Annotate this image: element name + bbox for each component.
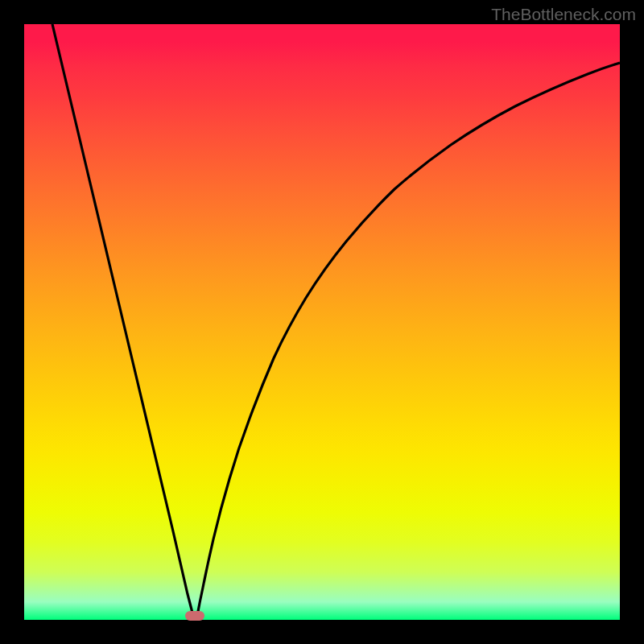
curve-left-branch [52, 24, 193, 616]
bottleneck-curve [24, 24, 620, 620]
bottleneck-marker [185, 611, 204, 621]
curve-right-branch [197, 63, 620, 616]
plot-area [24, 24, 620, 620]
watermark-text: TheBottleneck.com [491, 5, 636, 24]
chart-frame: TheBottleneck.com [0, 0, 644, 644]
